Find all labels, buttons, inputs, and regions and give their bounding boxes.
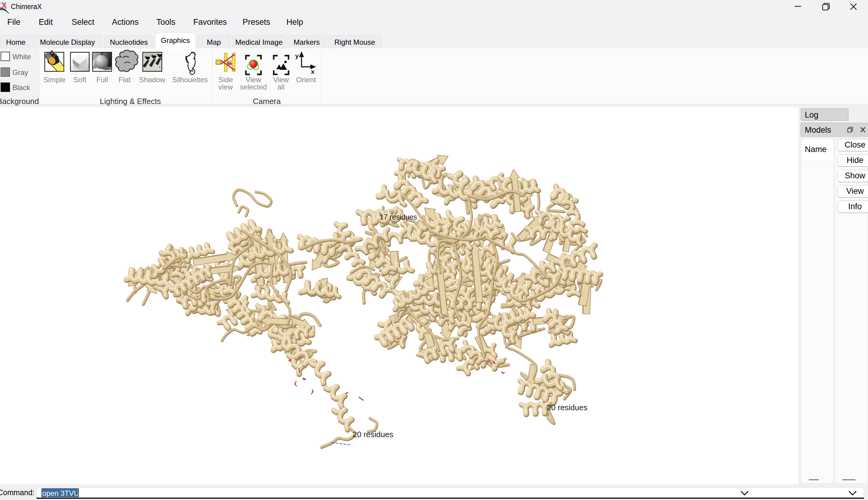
svg-text:y: y: [295, 52, 299, 59]
svg-text:x: x: [311, 68, 315, 75]
